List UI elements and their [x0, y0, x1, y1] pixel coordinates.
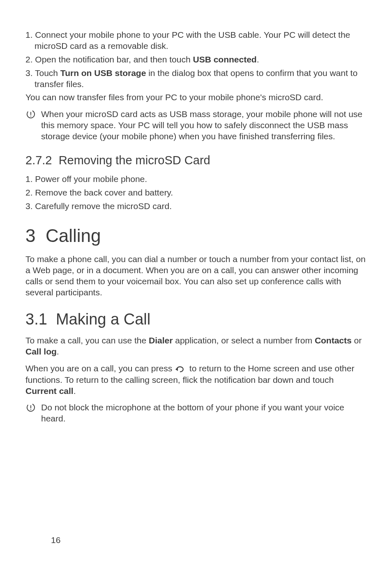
step-a2-text-a: Open the notification bar, and then touc… [35, 55, 193, 64]
p3-b: Dialer [149, 336, 173, 345]
svg-rect-2 [30, 116, 31, 117]
svg-rect-1 [30, 112, 31, 115]
heading-3: 3 Calling [25, 224, 367, 247]
note-text-2: Do not block the microphone at the botto… [41, 402, 367, 424]
warning-icon [25, 109, 36, 142]
step-a2-num: 2. [25, 55, 33, 64]
step-a2-bold: USB connected [193, 55, 256, 64]
step-b1-num: 1. [25, 174, 33, 184]
note-block-2: Do not block the microphone at the botto… [25, 402, 367, 424]
p4-d: . [74, 386, 76, 396]
h3a-title: Removing the microSD Card [59, 154, 210, 167]
page-number: 16 [51, 535, 60, 546]
p3-c: application, or select a number from [173, 336, 315, 345]
h1-num: 3 [25, 226, 35, 246]
step-a1-num: 1. [25, 30, 33, 39]
step-b2-text: Remove the back cover and battery. [35, 188, 173, 197]
body-para-1: You can now transfer files from your PC … [25, 92, 367, 103]
step-b1-text: Power off your mobile phone. [35, 174, 147, 184]
step-b1: 1. Power off your mobile phone. [25, 174, 367, 185]
h2-num: 3.1 [25, 311, 47, 328]
heading-2-7-2: 2.7.2 Removing the microSD Card [25, 153, 367, 168]
step-b2: 2. Remove the back cover and battery. [25, 187, 367, 198]
body-para-2: To make a phone call, you can dial a num… [25, 254, 367, 298]
step-b3: 3. Carefully remove the microSD card. [25, 201, 367, 212]
p3-a: To make a call, you can use the [25, 336, 149, 345]
h2-title: Making a Call [56, 311, 150, 328]
note-block-1: When your microSD card acts as USB mass … [25, 109, 367, 142]
back-arrow-icon [175, 364, 187, 375]
body-para-3: To make a call, you can use the Dialer a… [25, 335, 367, 357]
steps-list-b: 1. Power off your mobile phone. 2. Remov… [25, 174, 367, 212]
step-a3-bold: Turn on USB storage [60, 68, 146, 78]
step-a1-text: Connect your mobile phone to your PC wit… [35, 30, 350, 51]
step-a2: 2. Open the notification bar, and then t… [25, 54, 367, 65]
p3-d: Contacts [315, 336, 352, 345]
svg-rect-5 [30, 409, 31, 410]
step-b2-num: 2. [25, 188, 33, 197]
steps-list-a: 1. Connect your mobile phone to your PC … [25, 30, 367, 90]
p4-a: When you are on a call, you can press [25, 364, 175, 373]
step-b3-text: Carefully remove the microSD card. [35, 201, 172, 211]
h3a-num: 2.7.2 [25, 154, 52, 167]
body-para-4: When you are on a call, you can press to… [25, 363, 367, 397]
step-a3: 3. Touch Turn on USB storage in the dial… [25, 68, 367, 90]
note-text-1: When your microSD card acts as USB mass … [41, 109, 367, 142]
page: 1. Connect your mobile phone to your PC … [25, 30, 367, 562]
p4-c: Current call [25, 386, 74, 396]
step-a1: 1. Connect your mobile phone to your PC … [25, 30, 367, 52]
heading-3-1: 3.1 Making a Call [25, 309, 367, 329]
step-a3-num: 3. [25, 68, 33, 78]
step-a3-text-a: Touch [35, 68, 60, 78]
p3-g: . [57, 347, 59, 356]
warning-icon [25, 402, 36, 424]
step-b3-num: 3. [25, 201, 33, 211]
p3-e: or [352, 336, 362, 345]
step-a2-text-c: . [257, 55, 259, 64]
h1-title: Calling [46, 226, 101, 246]
svg-rect-4 [30, 405, 31, 408]
p3-f: Call log [25, 347, 57, 356]
